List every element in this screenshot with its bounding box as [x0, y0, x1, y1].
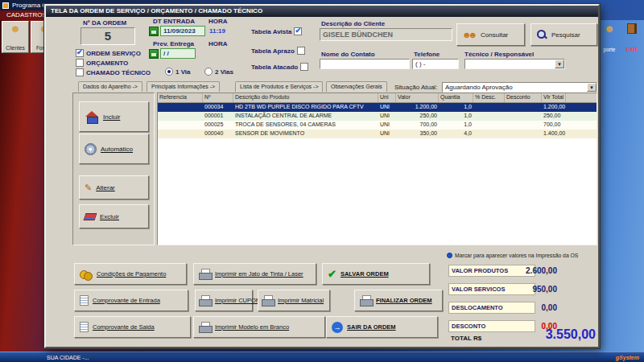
comprovante-entrada-button[interactable]: Comprovante de Entrada	[74, 290, 188, 311]
prev-entrega-label: Prev. Entrega	[153, 40, 194, 47]
menu-cadastros[interactable]: CADASTROS	[6, 11, 47, 19]
print-values-text: Marcar para aparecer valores na Impressã…	[455, 253, 578, 258]
calendar-icon[interactable]	[149, 27, 159, 36]
valor-servicos-value: 950,00	[493, 285, 557, 294]
imprimir-matricial-button[interactable]: Imprimir Matricial	[258, 290, 330, 311]
cell-quantia: 4,0	[439, 130, 473, 138]
tab-dados-do-aparelho[interactable]: Dados do Aparelho ->	[78, 81, 142, 92]
checkbox-chamado-tecnico[interactable]: CHAMADO TÉCNICO	[76, 68, 151, 76]
incluir-button[interactable]: Incluir	[79, 101, 149, 132]
situacao-value: Aguardando Aprovação	[445, 84, 513, 91]
toolbar-button-exit[interactable]: EXIT	[621, 21, 642, 55]
cell-vlr-total: 250,00	[542, 112, 562, 121]
finalize-icon	[360, 295, 372, 306]
finalizar-ordem-button[interactable]: FINALIZAR ORDEM	[354, 290, 443, 311]
tab-lista-produtos-servicos[interactable]: Lista de Produtos e Serviços ->	[235, 81, 323, 92]
check-icon	[328, 269, 336, 279]
cell-valor: 1.200,00	[396, 103, 439, 112]
salvar-ordem-button[interactable]: SALVAR ORDEM	[322, 263, 430, 285]
table-row[interactable]: 000040 SENSOR DE MOVIMENTO UNI 350,00 4,…	[158, 130, 597, 138]
checkbox-ordem-servico[interactable]: ORDEM SERVIÇO	[76, 49, 141, 57]
column-header-uni: Uni	[378, 93, 396, 102]
phone-field[interactable]: ( ) -	[412, 59, 459, 69]
column-header-descricao: Descrição do Produto	[233, 93, 378, 102]
prev-hora-label: HORA	[208, 40, 228, 47]
cell-vlr-total: 1.400,00	[542, 130, 567, 138]
pesquisar-button[interactable]: Pesquisar	[530, 23, 597, 46]
money-icon	[80, 269, 93, 279]
cell-uni: UNI	[378, 121, 396, 130]
column-header-referencia: Referencia	[158, 93, 203, 102]
statusbar-logo: gSystem	[616, 355, 639, 360]
chevron-down-icon: ▼	[587, 83, 597, 92]
tab-label: Observações Gerais	[331, 84, 382, 89]
checkbox-tabela-avista[interactable]: Tabela Avista	[251, 27, 302, 35]
checkbox-orcamento[interactable]: ORÇAMENTO	[76, 59, 128, 67]
checkbox-label: Tabela Avista	[251, 28, 291, 35]
contact-label: Nome do Contato	[321, 51, 375, 58]
radio-1-via[interactable]: 1 Via	[165, 68, 191, 76]
cell-referencia	[158, 121, 203, 130]
toolbar-button-suporte[interactable]: ☻ porte	[599, 21, 620, 55]
condicoes-pagamento-button[interactable]: Condições de Pagamento	[74, 263, 187, 285]
button-label: Imprimir Matricial	[278, 297, 324, 304]
cell-referencia	[158, 112, 203, 121]
table-row[interactable]: 000001 INSTALAÇÃO CENTRAL DE ALARME UNI …	[158, 112, 597, 121]
radio-label: 1 Via	[175, 68, 191, 76]
alterar-button[interactable]: Alterar	[79, 175, 149, 200]
excluir-button[interactable]: Excluir	[79, 204, 149, 228]
contact-field[interactable]	[320, 59, 410, 69]
client-name-field[interactable]: GISELE BÜNDCHEN	[320, 28, 452, 41]
radio-dot	[204, 68, 213, 76]
table-row[interactable]: 000025 TROCA DE SENSORES, 04 CAMERAS UNI…	[158, 121, 597, 130]
tab-observacoes-gerais[interactable]: Observações Gerais	[326, 81, 387, 92]
calendar-icon[interactable]	[149, 49, 159, 59]
cell-valor: 350,00	[396, 130, 439, 138]
consultar-button[interactable]: Consultar	[456, 23, 525, 46]
table-row[interactable]: 000034 HD 2TB WD PURPLE DISCO RIGIDO PAR…	[158, 103, 597, 112]
imprimir-cupom-button[interactable]: Imprimir CUPOM	[195, 290, 253, 311]
tab-principais-informacoes[interactable]: Principais Informações ->	[147, 81, 220, 92]
client-label: Descrição do Cliente	[321, 20, 385, 27]
exit-arrow-icon	[332, 322, 343, 333]
toolbar-button-clientes[interactable]: ☻ Clientes	[2, 21, 29, 53]
dt-entrada-field[interactable]: 11/09/2023	[160, 26, 205, 36]
button-label: Comprovante de Saida	[93, 323, 155, 331]
radio-2-vias[interactable]: 2 Vias	[204, 68, 233, 76]
checkbox-label: Tabela Aprazo	[251, 47, 295, 55]
cell-referencia	[158, 130, 203, 138]
cell-quantia: 1,0	[439, 112, 473, 121]
print-values-radio[interactable]	[447, 253, 452, 258]
button-label: Consultar	[481, 31, 508, 39]
disk-icon	[85, 143, 97, 155]
pencil-icon	[85, 183, 92, 192]
situacao-select[interactable]: Aguardando Aprovação ▼	[442, 82, 597, 93]
technician-label: Técnico / Responsável	[464, 51, 534, 58]
imprimir-modelo-branco-button[interactable]: Imprimir Modelo em Branco	[193, 316, 325, 338]
dialog-title: TELA DA ORDEM DE SERVIÇO / ORÇAMENTO / C…	[51, 7, 262, 14]
toolbar-label: porte	[604, 47, 616, 52]
button-label: Automático	[101, 146, 133, 153]
automatico-button[interactable]: Automático	[79, 134, 149, 164]
chevron-down-icon: ▼	[555, 60, 564, 68]
hora-value[interactable]: 11:19	[209, 27, 225, 35]
dialog-titlebar[interactable]: TELA DA ORDEM DE SERVIÇO / ORÇAMENTO / C…	[46, 6, 598, 17]
checkbox-tabela-atacado[interactable]: Tabela Atacado	[251, 63, 308, 71]
imprimir-jato-button[interactable]: Imprimir em Jato de Tinta / Laser	[193, 263, 316, 285]
statusbar: SUA CIDADE -... gSystem	[0, 352, 644, 362]
products-table[interactable]: Referencia Nº Descrição do Produto Uni V…	[157, 93, 597, 245]
cell-perc-desc	[473, 130, 505, 138]
hora-label: HORA	[208, 18, 228, 25]
checkbox-tabela-aprazo[interactable]: Tabela Aprazo	[251, 47, 305, 55]
prev-entrega-field[interactable]: / /	[160, 48, 196, 59]
cell-vlr-total: 1.200,00	[542, 103, 567, 112]
sair-da-ordem-button[interactable]: SAIR DA ORDEM	[326, 316, 438, 338]
clients-icon: ☻	[10, 23, 21, 35]
search-icon	[536, 29, 547, 40]
technician-select[interactable]: ▼	[464, 59, 565, 69]
comprovante-saida-button[interactable]: Comprovante de Saida	[74, 316, 191, 338]
cell-numero: 000034	[203, 103, 233, 112]
tab-label: Principais Informações ->	[151, 84, 215, 89]
button-label: SALVAR ORDEM	[341, 270, 389, 278]
cell-vlr-total: 700,00	[542, 121, 562, 130]
